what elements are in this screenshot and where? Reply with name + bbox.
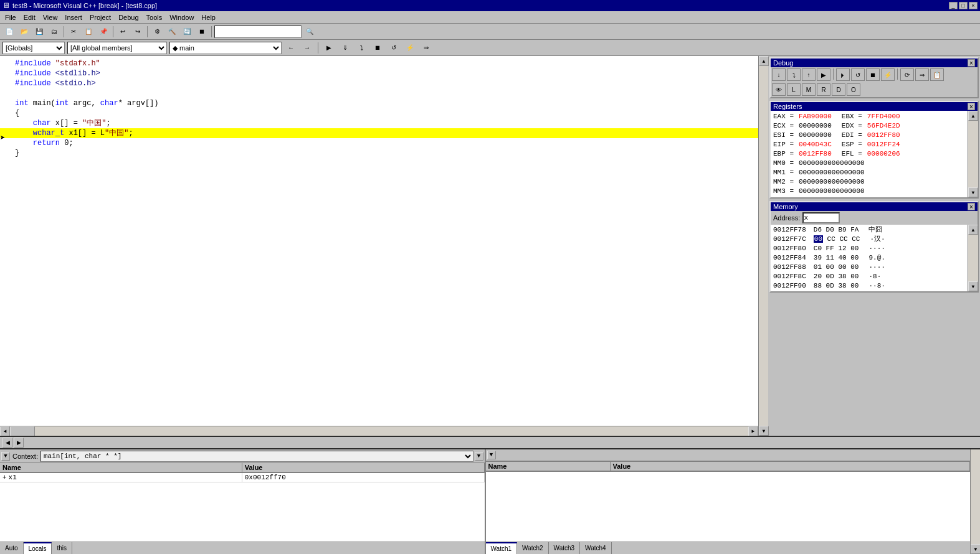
rebuild-button[interactable]: 🔄 [180, 26, 194, 38]
menu-project[interactable]: Project [86, 13, 115, 22]
vscroll-down-btn[interactable]: ▼ [759, 426, 769, 436]
tab-watch2[interactable]: Watch2 [517, 542, 549, 554]
reg-scroll-up[interactable]: ▲ [968, 111, 978, 121]
members-dropdown[interactable]: [All global members] [67, 42, 167, 54]
debug-disasm-btn[interactable]: D [832, 83, 845, 96]
status-right-btn[interactable]: ▶ [14, 438, 24, 448]
compile-button[interactable]: ⚙ [150, 26, 164, 38]
debug-break-button[interactable]: ⚡ [403, 42, 417, 54]
undo-button[interactable]: ↩ [116, 26, 130, 38]
code-scroll-area[interactable]: #include "stdafx.h" #include <stdlib.h> … [0, 56, 758, 426]
debug-step-button[interactable]: ⇓ [338, 42, 352, 54]
code-line-5[interactable]: int main(int argc, char* argv[]) [0, 98, 758, 108]
menu-help[interactable]: Help [197, 13, 219, 22]
debug-apply-btn[interactable]: ⟳ [900, 68, 914, 81]
registers-close-button[interactable]: × [968, 103, 975, 110]
save-all-button[interactable]: 🗂 [47, 26, 61, 38]
window-controls[interactable]: _ □ × [949, 2, 978, 9]
menu-insert[interactable]: Insert [61, 13, 86, 22]
tab-watch3[interactable]: Watch3 [549, 542, 581, 554]
debug-step-over-button[interactable]: ⤵ [354, 42, 368, 54]
nav-back-button[interactable]: ← [284, 42, 298, 54]
debug-call-stack-btn[interactable]: 📋 [930, 68, 944, 81]
status-left-btn[interactable]: ◀ [2, 438, 12, 448]
reg-scroll-track[interactable] [968, 121, 978, 187]
menu-view[interactable]: View [39, 13, 62, 22]
build-button[interactable]: 🔨 [165, 26, 179, 38]
debug-step-into-btn[interactable]: ↓ [772, 68, 786, 81]
code-line-3[interactable]: #include <stdio.h> [0, 78, 758, 88]
minimize-button[interactable]: _ [949, 2, 958, 9]
context-dropdown-btn[interactable]: ▼ [475, 452, 483, 461]
memory-close-button[interactable]: × [968, 203, 975, 210]
debug-break-btn[interactable]: ⚡ [881, 68, 895, 81]
code-line-2[interactable]: #include <stdlib.h> [0, 68, 758, 78]
horizontal-scrollbar[interactable]: ◀ ▶ [0, 426, 758, 436]
hscroll-left-btn[interactable]: ◀ [0, 426, 10, 436]
menu-edit[interactable]: Edit [20, 13, 39, 22]
debug-show-next-btn[interactable]: ⇒ [915, 68, 929, 81]
save-button[interactable]: 💾 [32, 26, 46, 38]
bottom-scroll-down[interactable]: ▼ [971, 544, 980, 554]
tab-watch1[interactable]: Watch1 [486, 542, 518, 554]
watch-row-0[interactable]: + x1 0x0012ff70 [0, 473, 485, 482]
vertical-scrollbar[interactable]: ▲ ▼ [758, 56, 768, 436]
debug-go-btn[interactable]: ⏵ [836, 68, 850, 81]
watch-right-content[interactable] [486, 472, 971, 542]
debug-locals-btn[interactable]: L [787, 83, 801, 96]
debug-close-button[interactable]: × [968, 59, 975, 67]
hscroll-track[interactable] [10, 426, 748, 436]
mem-scroll-track[interactable] [968, 235, 978, 281]
context-dropdown[interactable]: main[int, char * *] [40, 451, 473, 462]
open-button[interactable]: 📂 [17, 26, 31, 38]
code-line-4[interactable] [0, 88, 758, 98]
tab-locals[interactable]: Locals [24, 542, 52, 554]
redo-button[interactable]: ↪ [131, 26, 145, 38]
memory-address-input[interactable] [802, 212, 840, 223]
code-line-10[interactable]: } [0, 148, 758, 158]
debug-threads-button[interactable]: ⇒ [419, 42, 433, 54]
reg-scroll-down[interactable]: ▼ [968, 187, 978, 197]
code-line-9[interactable]: return 0; [0, 138, 758, 148]
watch-collapse-btn[interactable]: ▼ [1, 452, 10, 461]
tab-auto[interactable]: Auto [0, 542, 24, 554]
debug-output-btn[interactable]: O [847, 83, 860, 96]
copy-button[interactable]: 📋 [82, 26, 95, 38]
expand-icon-0[interactable]: + [2, 474, 7, 481]
menu-window[interactable]: Window [166, 13, 197, 22]
find-button[interactable]: 🔍 [303, 26, 316, 38]
debug-memory-btn[interactable]: M [802, 83, 816, 96]
debug-step-out-btn[interactable]: ↑ [802, 68, 816, 81]
vscroll-up-btn[interactable]: ▲ [759, 56, 769, 66]
menu-tools[interactable]: Tools [143, 13, 166, 22]
code-line-8[interactable]: ➤ wchar_t x1[] = L"中国"; [0, 128, 758, 138]
mem-scroll-down[interactable]: ▼ [968, 281, 978, 291]
code-line-7[interactable]: char x[] = "中国"; [0, 118, 758, 128]
code-line-1[interactable]: #include "stdafx.h" [0, 59, 758, 68]
globals-dropdown[interactable]: [Globals] [2, 42, 65, 54]
debug-stop-btn[interactable]: ⏹ [866, 68, 880, 81]
debug-restart-button[interactable]: ↺ [387, 42, 401, 54]
vscroll-track[interactable] [759, 66, 768, 426]
debug-watch-btn[interactable]: 👁 [772, 83, 786, 96]
close-button[interactable]: × [969, 2, 978, 9]
registers-scrollbar[interactable]: ▲ ▼ [968, 111, 978, 197]
maximize-button[interactable]: □ [959, 2, 968, 9]
bottom-scroll-track[interactable] [971, 449, 980, 544]
menu-debug[interactable]: Debug [115, 13, 142, 22]
menu-file[interactable]: File [1, 13, 20, 22]
hscroll-right-btn[interactable]: ▶ [748, 426, 758, 436]
hscroll-thumb[interactable] [10, 426, 35, 436]
debug-go-button[interactable]: ▶ [322, 42, 336, 54]
bottom-scrollbar[interactable]: ▼ [970, 449, 980, 554]
watch-right-collapse-btn[interactable]: ▼ [487, 451, 496, 459]
new-button[interactable]: 📄 [2, 26, 16, 38]
memory-scrollbar[interactable]: ▲ ▼ [968, 225, 978, 291]
paste-button[interactable]: 📌 [97, 26, 110, 38]
cut-button[interactable]: ✂ [67, 26, 80, 38]
mem-scroll-up[interactable]: ▲ [968, 225, 978, 235]
find-input[interactable] [214, 26, 302, 38]
stop-build-button[interactable]: ⏹ [195, 26, 209, 38]
tab-watch4[interactable]: Watch4 [580, 542, 612, 554]
function-dropdown[interactable]: ◆ main [169, 42, 282, 54]
